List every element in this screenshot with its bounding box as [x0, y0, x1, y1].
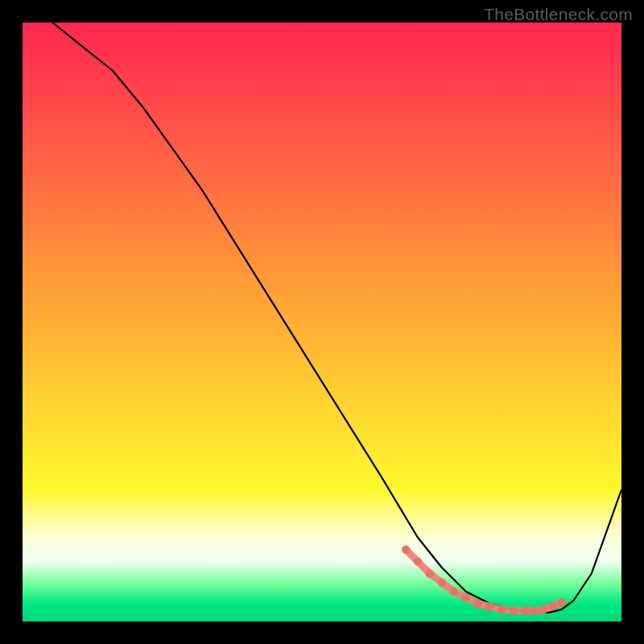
- highlight-dot: [414, 557, 422, 565]
- optimal-zone-markers: [402, 546, 566, 615]
- highlight-dot: [485, 602, 493, 610]
- highlight-dot: [461, 593, 469, 601]
- watermark-text: TheBottleneck.com: [484, 5, 633, 24]
- plot-area: [23, 23, 621, 621]
- highlight-dot: [473, 600, 481, 608]
- highlight-dot: [402, 546, 410, 554]
- bottleneck-curve-line: [52, 23, 621, 613]
- highlight-dot: [539, 605, 547, 613]
- highlight-dot: [438, 578, 446, 586]
- highlight-dot: [557, 598, 565, 606]
- chart-container: TheBottleneck.com: [0, 0, 644, 644]
- highlight-dot: [450, 588, 458, 596]
- highlight-dot: [426, 569, 434, 577]
- highlight-dot: [510, 606, 518, 614]
- highlight-dot: [548, 602, 556, 610]
- highlight-dot: [522, 606, 530, 614]
- highlight-dot: [530, 606, 539, 614]
- curve-svg: [23, 23, 621, 621]
- highlight-dot: [497, 605, 506, 613]
